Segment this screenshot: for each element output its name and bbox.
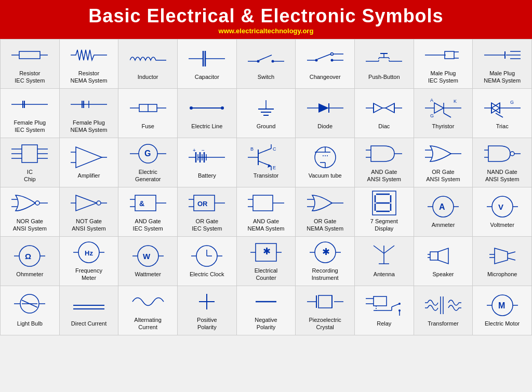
svg-text:B: B: [250, 146, 254, 152]
svg-point-238: [398, 303, 401, 305]
svg-line-72: [444, 113, 451, 117]
svg-point-14: [315, 59, 317, 61]
cell-switch: Switch: [237, 39, 296, 89]
cell-changeover: Changeover: [296, 39, 355, 89]
cell-ground: Ground: [237, 89, 296, 138]
cell-inductor: Inductor: [118, 39, 178, 89]
svg-text:M: M: [498, 301, 505, 310]
cell-not-gate-ansi: NOT GateANSI System: [60, 187, 119, 237]
cell-and-gate-iec: & AND GateIEC System: [118, 187, 178, 237]
svg-line-10: [259, 55, 272, 60]
header: Basic Electrical & Electronic Symbols ww…: [0, 0, 532, 39]
svg-text:G: G: [430, 113, 434, 118]
cell-and-gate-ansi: AND GateANSI System: [355, 138, 414, 187]
svg-point-52: [221, 106, 224, 110]
website-url: www.electricaltechnology.org: [0, 27, 532, 37]
cell-and-gate-nema: AND GateNEMA System: [237, 187, 296, 237]
svg-point-17: [330, 52, 333, 55]
cell-voltmeter: V Voltmeter: [473, 187, 532, 237]
cell-battery: + − Battery: [178, 138, 237, 187]
cell-or-gate-iec: OR OR GateIEC System: [178, 187, 237, 237]
cell-7-segment: 7 SegmentDisplay: [355, 187, 414, 237]
svg-marker-78: [491, 103, 500, 113]
cell-vacuum-tube: Vacuum tube: [296, 138, 355, 187]
svg-rect-207: [430, 252, 438, 260]
svg-point-51: [190, 106, 193, 110]
svg-text:✱: ✱: [322, 247, 330, 257]
svg-text:A: A: [439, 202, 445, 211]
cell-female-plug-nema: Female PlugNEMA System: [60, 89, 119, 138]
cell-relay: Relay: [355, 286, 414, 335]
cell-diode: Diode: [296, 89, 355, 138]
cell-male-plug-iec: Male PlugIEC System: [414, 39, 473, 89]
svg-text:OR: OR: [197, 200, 208, 208]
svg-text:✱: ✱: [263, 246, 271, 256]
svg-line-237: [392, 304, 400, 307]
cell-fuse: Fuse: [118, 89, 178, 138]
svg-text:W: W: [143, 252, 151, 261]
svg-rect-84: [22, 145, 37, 163]
svg-line-111: [258, 148, 271, 154]
cell-push-button: Push-Button: [355, 39, 414, 89]
svg-text:G: G: [510, 100, 514, 105]
cell-alternating-current: AlternatingCurrent: [118, 286, 178, 335]
cell-resistor-iec: ResistorIEC System: [1, 39, 60, 89]
cell-or-gate-ansi: OR GateANSI System: [414, 138, 473, 187]
cell-electric-clock: Electric Clock: [178, 237, 237, 286]
svg-marker-62: [374, 103, 382, 113]
svg-text:C: C: [273, 146, 276, 152]
cell-microphone: Microphone: [473, 237, 532, 286]
cell-nor-gate-ansi: NOR GateANSI System: [1, 187, 60, 237]
svg-marker-211: [495, 248, 508, 264]
svg-text:Ω: Ω: [25, 252, 31, 261]
cell-ohmmeter: Ω Ohmmeter: [1, 237, 60, 286]
svg-line-214: [508, 252, 515, 254]
svg-rect-228: [318, 295, 332, 308]
svg-text:−: −: [202, 147, 205, 153]
cell-recording-instrument: ✱ RecordingInstrument: [296, 237, 355, 286]
svg-marker-140: [76, 195, 97, 211]
cell-electrical-counter: ✱ ElectricalCounter: [237, 237, 296, 286]
svg-marker-77: [491, 103, 500, 113]
cell-thyristor: A K G Thyristor: [414, 89, 473, 138]
cell-ammeter: A Ammeter: [414, 187, 473, 237]
cell-negative-polarity: NegativePolarity: [237, 286, 296, 335]
svg-text:+: +: [193, 147, 196, 153]
cell-piezoelectric-crystal: PiezoelectricCrystal: [296, 286, 355, 335]
svg-rect-144: [135, 195, 156, 211]
cell-female-plug-iec: Female PlugIEC System: [1, 89, 60, 138]
page-title: Basic Electrical & Electronic Symbols: [0, 5, 532, 27]
symbols-grid: ResistorIEC System ResistorNEMA System I…: [0, 39, 532, 335]
cell-triac: G Triac: [473, 89, 532, 138]
cell-electric-line: Electric Line: [178, 89, 237, 138]
cell-transformer: Transformer: [414, 286, 473, 335]
svg-marker-208: [438, 248, 448, 264]
svg-line-203: [374, 246, 384, 253]
svg-line-82: [496, 113, 503, 117]
svg-text:V: V: [498, 202, 503, 211]
cell-light-bulb: Light Bulb: [1, 286, 60, 335]
svg-line-15: [317, 54, 331, 59]
cell-amplifier: Amplifier: [60, 138, 119, 187]
svg-rect-231: [374, 296, 387, 306]
svg-text:K: K: [454, 99, 457, 104]
cell-diac: Diac: [355, 89, 414, 138]
svg-text:E: E: [273, 165, 276, 170]
cell-or-gate-nema: OR GateNEMA System: [296, 187, 355, 237]
svg-marker-64: [385, 103, 394, 113]
cell-electric-motor: M Electric Motor: [473, 286, 532, 335]
svg-text:Hz: Hz: [85, 249, 93, 257]
svg-rect-1: [19, 51, 40, 59]
svg-line-215: [508, 258, 515, 260]
cell-speaker: Speaker: [414, 237, 473, 286]
svg-marker-69: [434, 103, 444, 113]
svg-point-132: [510, 152, 514, 156]
cell-nand-gate-ansi: NAND GateANSI System: [473, 138, 532, 187]
svg-line-205: [384, 246, 394, 253]
cell-male-plug-nema: Male PlugNEMA System: [473, 39, 532, 89]
svg-rect-28: [445, 51, 454, 59]
svg-marker-91: [76, 147, 102, 168]
svg-marker-58: [318, 103, 329, 113]
svg-point-9: [257, 60, 259, 63]
cell-ic-chip: ICChip: [1, 138, 60, 187]
